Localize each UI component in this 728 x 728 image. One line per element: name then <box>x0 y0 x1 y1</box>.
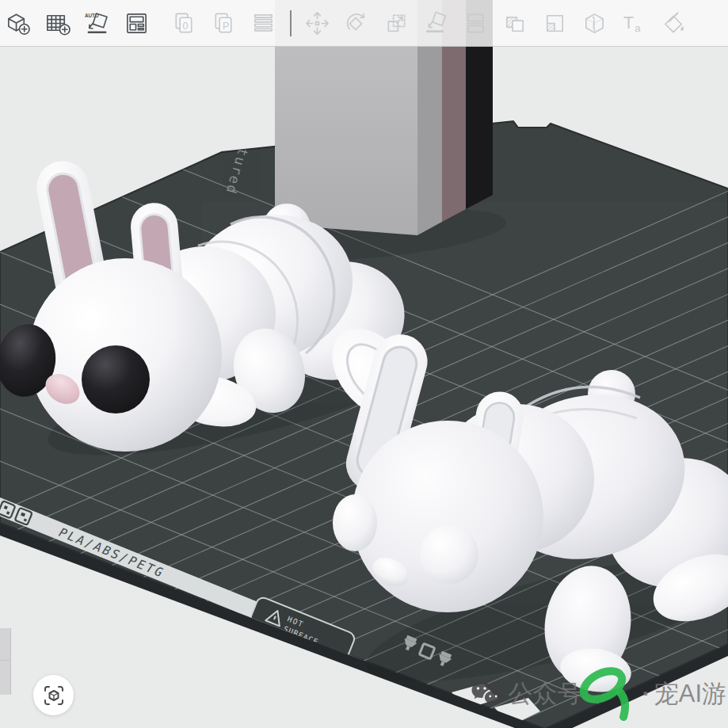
cut-icon <box>581 10 608 36</box>
offplate-object-fragment[interactable] <box>0 628 11 695</box>
copy-button[interactable]: 0 <box>166 4 201 42</box>
arrange-icon <box>124 10 150 36</box>
merge-icon <box>502 10 528 36</box>
svg-text:0: 0 <box>182 20 188 31</box>
fit-view-cube-icon <box>42 684 66 707</box>
arrange-button[interactable] <box>119 4 154 42</box>
auto-orient-button[interactable]: AUTO <box>79 4 114 42</box>
main-toolbar: AUTO <box>0 0 728 47</box>
cut-button[interactable] <box>577 4 612 42</box>
object-list-button[interactable] <box>246 4 280 42</box>
svg-text:T: T <box>623 13 633 32</box>
viewport-3d[interactable]: Textured PLA/ABS/PETG <box>0 0 728 728</box>
bunny-eye-bump <box>333 494 377 551</box>
lay-on-face-button[interactable] <box>418 4 453 42</box>
copy-icon: 0 <box>171 10 197 36</box>
bunny-eye-bump <box>420 525 478 584</box>
slicer-window: Textured PLA/ABS/PETG <box>0 0 728 728</box>
rotate-button[interactable] <box>339 4 374 42</box>
svg-text:a: a <box>634 21 640 33</box>
lay-on-face-icon <box>423 10 449 36</box>
text-tool-icon: T a <box>621 10 647 36</box>
move-icon <box>304 10 330 36</box>
fit-view-button[interactable] <box>33 675 74 715</box>
toolbar-group-clipboard: 0 P <box>166 4 280 42</box>
add-object-button[interactable] <box>0 4 35 42</box>
text-tool-button[interactable]: T a <box>616 4 651 42</box>
object-list-icon <box>250 10 276 36</box>
paint-region-icon <box>542 10 568 36</box>
scale-icon <box>383 10 410 36</box>
add-plate-button[interactable] <box>40 4 74 42</box>
split-icon <box>463 10 489 36</box>
paste-button[interactable]: P <box>206 4 241 42</box>
scale-button[interactable] <box>379 4 414 42</box>
rotate-icon <box>344 10 370 36</box>
toolbar-divider <box>290 10 292 36</box>
color-paint-button[interactable] <box>656 4 691 42</box>
split-button[interactable] <box>458 4 493 42</box>
auto-orient-icon: AUTO <box>84 10 110 36</box>
move-button[interactable] <box>299 4 334 42</box>
merge-button[interactable] <box>497 4 532 42</box>
add-object-icon <box>5 10 31 36</box>
color-paint-icon <box>661 10 687 36</box>
paste-icon: P <box>211 10 237 36</box>
toolbar-group-plate-tools: AUTO <box>0 4 154 42</box>
paint-region-button[interactable] <box>537 4 572 42</box>
add-plate-icon <box>44 10 71 36</box>
svg-text:P: P <box>223 20 229 31</box>
toolbar-group-model-tools: T a <box>299 4 691 42</box>
bunny-eye <box>82 345 150 414</box>
